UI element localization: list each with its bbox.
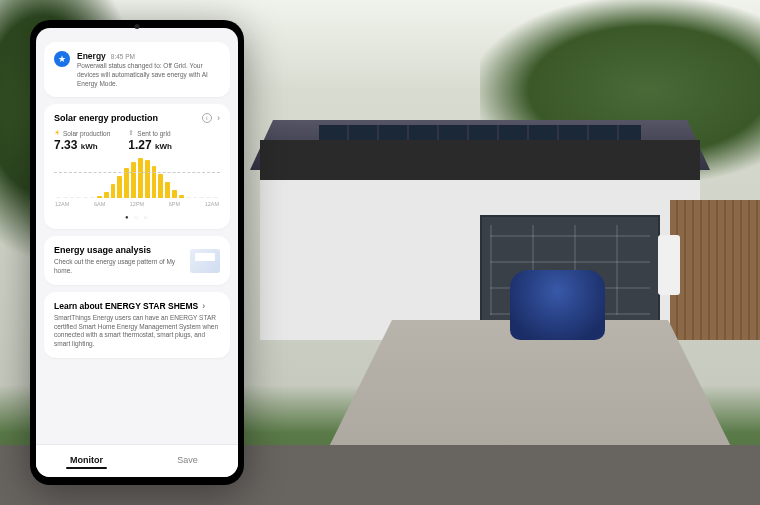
- analysis-body: Check out the energy usage pattern of My…: [54, 258, 184, 276]
- chart-bar: [111, 184, 116, 198]
- xaxis-tick: 12PM: [130, 201, 144, 207]
- analysis-illustration-icon: [190, 249, 220, 273]
- energy-notification-card[interactable]: ★ Energy 8:45 PM Powerwall status change…: [44, 42, 230, 97]
- solar-production-card[interactable]: Solar energy production i › ☀Solar produ…: [44, 104, 230, 229]
- energy-analysis-card[interactable]: Energy usage analysis Check out the ener…: [44, 236, 230, 285]
- chart-bar: [131, 162, 136, 198]
- tab-save[interactable]: Save: [137, 445, 238, 477]
- solar-production-metric: ☀Solar production 7.33 kWh: [54, 129, 110, 152]
- chart-bar: [213, 197, 218, 198]
- learn-shems-card[interactable]: Learn about ENERGY STAR SHEMS › SmartThi…: [44, 292, 230, 358]
- tab-monitor[interactable]: Monitor: [36, 445, 137, 477]
- solar-chart[interactable]: 12AM6AM12PM6PM12AM: [54, 158, 220, 210]
- chart-bar: [152, 166, 157, 198]
- chart-page-dots[interactable]: ● ○ ○: [54, 214, 220, 220]
- xaxis-tick: 6PM: [169, 201, 180, 207]
- chart-bar: [97, 196, 102, 198]
- chevron-right-icon: ›: [202, 301, 205, 311]
- grid-label: Sent to grid: [137, 130, 170, 137]
- chart-bar: [158, 174, 163, 198]
- production-value: 7.33: [54, 138, 77, 152]
- learn-title: Learn about ENERGY STAR SHEMS: [54, 301, 198, 311]
- chart-bar: [104, 192, 109, 198]
- chart-bar: [206, 197, 211, 198]
- chevron-right-icon[interactable]: ›: [217, 113, 220, 123]
- analysis-title: Energy usage analysis: [54, 245, 184, 255]
- chart-bar: [172, 190, 177, 198]
- bottom-tab-bar: Monitor Save: [36, 444, 238, 477]
- chart-bar: [193, 197, 198, 198]
- chart-bar: [145, 160, 150, 198]
- grid-icon: ⇪: [128, 129, 134, 137]
- chart-bar: [186, 197, 191, 198]
- notification-time: 8:45 PM: [111, 53, 135, 60]
- chart-bar: [117, 176, 122, 198]
- xaxis-tick: 12AM: [55, 201, 69, 207]
- grid-value: 1.27: [128, 138, 151, 152]
- chart-bar: [56, 197, 61, 198]
- production-unit: kWh: [81, 142, 98, 151]
- learn-body: SmartThings Energy users can have an ENE…: [54, 314, 220, 349]
- chart-bars: [54, 158, 220, 198]
- phone-camera-hole: [135, 24, 140, 29]
- phone-frame: ★ Energy 8:45 PM Powerwall status change…: [30, 20, 244, 485]
- notification-title: Energy: [77, 51, 106, 61]
- chart-bar: [63, 197, 68, 198]
- chart-bar: [76, 197, 81, 198]
- chart-bar: [90, 197, 95, 198]
- sent-to-grid-metric: ⇪Sent to grid 1.27 kWh: [128, 129, 172, 152]
- chart-bar: [199, 197, 204, 198]
- chart-bar: [138, 158, 143, 198]
- xaxis-tick: 12AM: [205, 201, 219, 207]
- phone-screen: ★ Energy 8:45 PM Powerwall status change…: [36, 28, 238, 477]
- fence: [670, 200, 760, 340]
- production-label: Solar production: [63, 130, 110, 137]
- chart-xaxis: 12AM6AM12PM6PM12AM: [54, 201, 220, 207]
- grid-unit: kWh: [155, 142, 172, 151]
- chart-bar: [165, 182, 170, 198]
- sun-icon: ☀: [54, 129, 60, 137]
- chart-bar: [83, 197, 88, 198]
- powerwall-unit: [658, 235, 680, 295]
- xaxis-tick: 6AM: [94, 201, 105, 207]
- chart-bar: [179, 195, 184, 198]
- star-badge-icon: ★: [54, 51, 70, 67]
- info-icon[interactable]: i: [202, 113, 212, 123]
- ev-car: [510, 270, 605, 340]
- notification-body: Powerwall status changed to: Off Grid. Y…: [77, 62, 220, 88]
- solar-card-title: Solar energy production: [54, 113, 197, 123]
- chart-gridline: [54, 172, 220, 173]
- chart-bar: [70, 197, 75, 198]
